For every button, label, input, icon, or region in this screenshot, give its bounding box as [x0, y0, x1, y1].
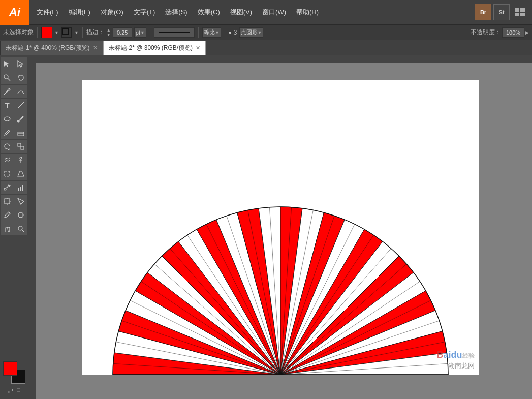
free-transform-tool[interactable]: [1, 167, 14, 180]
tool-row-2: [1, 71, 27, 84]
magic-wand-tool[interactable]: [1, 71, 14, 84]
menu-file[interactable]: 文件(F): [32, 0, 64, 24]
tool-row-6: [1, 126, 27, 139]
site-name: 湖南龙网: [448, 361, 475, 371]
fill-color-swatch[interactable]: [41, 27, 52, 38]
selection-tool[interactable]: [1, 57, 14, 71]
tool-row-11: [1, 195, 27, 208]
ellipse-tool[interactable]: [1, 112, 14, 126]
swap-fill-stroke-button[interactable]: ⇄: [8, 387, 14, 395]
pencil-tool[interactable]: [1, 126, 14, 139]
menu-type[interactable]: 文字(T): [129, 0, 161, 24]
stock-icon-button[interactable]: St: [493, 4, 510, 20]
menu-view[interactable]: 视图(V): [225, 0, 257, 24]
stroke-dropdown-arrow[interactable]: ▼: [74, 30, 79, 35]
svg-rect-3: [520, 13, 525, 16]
stroke-style-dropdown[interactable]: 点圆形▼: [239, 27, 264, 38]
curvature-tool[interactable]: [14, 85, 27, 98]
stroke-dot-icon: ●: [229, 29, 232, 35]
svg-rect-1: [520, 8, 525, 12]
slice-tool[interactable]: [14, 195, 27, 208]
measure-tool[interactable]: [14, 208, 27, 222]
sep1: [37, 27, 38, 38]
tab-1-close[interactable]: ✕: [93, 45, 98, 51]
svg-line-4: [8, 78, 10, 81]
tab-2-close[interactable]: ✕: [196, 45, 200, 51]
zoom-tool[interactable]: [14, 222, 27, 235]
watermark: Baidu经验 湖南龙网: [436, 350, 474, 371]
tool-row-8: [1, 154, 27, 167]
column-graph-tool[interactable]: [14, 181, 27, 194]
hand-tool[interactable]: [1, 222, 14, 235]
canvas-area[interactable]: Baidu经验 湖南龙网: [28, 55, 532, 399]
tab-2[interactable]: 未标题-2* @ 300% (RGB/预览) ✕: [103, 41, 206, 55]
paintbrush-tool[interactable]: [14, 112, 27, 126]
stroke-color-swatch[interactable]: [61, 27, 72, 38]
sep4: [198, 27, 199, 38]
svg-point-5: [4, 75, 8, 79]
line-tool[interactable]: [14, 99, 27, 112]
puppet-warp-tool[interactable]: [14, 154, 27, 167]
artboard-tool[interactable]: [1, 195, 14, 208]
stroke-size-value-label: 3: [234, 29, 237, 36]
menu-object[interactable]: 对象(O): [96, 0, 129, 24]
eraser-tool[interactable]: [14, 126, 27, 139]
ai-logo: Ai: [0, 0, 29, 25]
opacity-input[interactable]: [502, 27, 524, 38]
menu-edit[interactable]: 编辑(E): [64, 0, 96, 24]
perspective-tool[interactable]: [14, 167, 27, 180]
options-toolbar: 未选择对象 ▼ ▼ 描边： ▲ ▼ pt▼ 等比▼ ● 3 点圆形▼ 不透明度：…: [0, 25, 532, 40]
menu-window[interactable]: 窗口(W): [257, 0, 291, 24]
rotate-tool[interactable]: [1, 140, 14, 153]
sep3: [150, 27, 150, 38]
tab-1-label: 未标题-1* @ 400% (RGB/预览): [6, 44, 90, 52]
menu-select[interactable]: 选择(S): [160, 0, 192, 24]
scale-dropdown[interactable]: 等比▼: [202, 27, 221, 38]
tool-row-10: [1, 181, 27, 194]
direct-selection-tool[interactable]: [14, 57, 27, 71]
lasso-tool[interactable]: [14, 71, 27, 84]
menu-effect[interactable]: 效果(C): [193, 0, 225, 24]
opacity-group: 不透明度： ▶: [471, 27, 529, 38]
scale-tool[interactable]: [14, 140, 27, 153]
workspace-switcher-button[interactable]: [512, 4, 528, 20]
fill-swatch[interactable]: [3, 361, 17, 376]
svg-rect-0: [515, 8, 519, 12]
default-colors-button[interactable]: □: [17, 387, 20, 395]
fill-dropdown-arrow[interactable]: ▼: [54, 30, 59, 35]
stroke-up-arrow[interactable]: ▲: [107, 28, 111, 33]
stroke-value-input[interactable]: [113, 27, 132, 38]
svg-point-15: [4, 188, 6, 190]
opacity-label: 不透明度：: [471, 28, 501, 37]
svg-point-9: [17, 120, 19, 122]
tabbar: 未标题-1* @ 400% (RGB/预览) ✕ 未标题-2* @ 300% (…: [0, 40, 532, 55]
tool-row-4: T: [1, 99, 27, 112]
tool-row-1: [1, 57, 27, 71]
no-selection-label: 未选择对象: [3, 28, 34, 37]
svg-rect-2: [515, 13, 519, 16]
ruler-left: [28, 63, 36, 399]
svg-rect-12: [21, 146, 24, 149]
bridge-icon-button[interactable]: Br: [475, 4, 491, 20]
fan-graphic: [108, 202, 453, 375]
stroke-unit-dropdown[interactable]: pt▼: [134, 27, 146, 38]
stroke-line-style[interactable]: [154, 27, 195, 38]
menu-help[interactable]: 帮助(H): [291, 0, 324, 24]
tool-row-5: [1, 112, 27, 126]
tab-1[interactable]: 未标题-1* @ 400% (RGB/预览) ✕: [0, 41, 103, 55]
svg-line-6: [4, 93, 6, 95]
eyedropper-tool[interactable]: [1, 208, 14, 222]
svg-point-16: [7, 187, 8, 188]
svg-line-32: [22, 230, 24, 232]
opacity-more-arrow[interactable]: ▶: [525, 30, 529, 35]
warp-tool[interactable]: [1, 154, 14, 167]
symbol-sprayer-tool[interactable]: [1, 181, 14, 194]
type-tool[interactable]: T: [1, 99, 14, 112]
svg-point-13: [20, 157, 22, 159]
stroke-down-arrow[interactable]: ▼: [107, 33, 111, 37]
fill-stroke-swatches[interactable]: [3, 361, 25, 384]
main-area: T: [0, 55, 532, 399]
svg-rect-21: [5, 199, 10, 204]
baidu-logo: Baidu经验: [436, 350, 474, 360]
pen-tool[interactable]: [1, 85, 14, 98]
